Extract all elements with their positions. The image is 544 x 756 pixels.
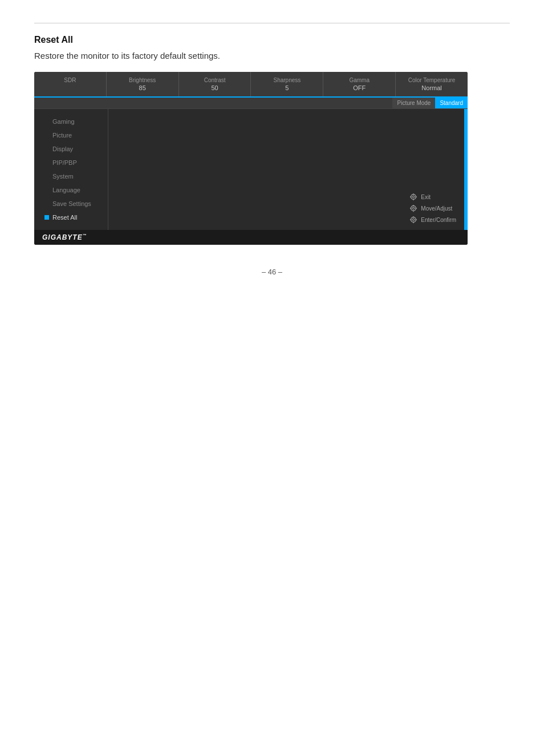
osd-content-area: Exit Move/Adjust Enter/Confirm	[108, 109, 468, 230]
osd-menu-item-reset_all: Reset All	[34, 211, 108, 224]
osd-menu-item-display: Display	[34, 142, 108, 156]
page-number: – 46 –	[34, 268, 510, 276]
osd-menu-label-save_settings: Save Settings	[52, 200, 91, 207]
osd-menu-label-pip_pbp: PIP/PBP	[52, 159, 77, 166]
enter_confirm-icon	[409, 215, 418, 224]
gigabyte-logo: GIGABYTE™	[42, 233, 87, 241]
osd-sidebar: GamingPictureDisplayPIP/PBPSystemLanguag…	[34, 109, 108, 230]
osd-header-bar: SDRBrightness85Contrast50Sharpness5Gamma…	[34, 72, 468, 98]
osd-right-accent	[464, 109, 468, 230]
osd-menu-label-gaming: Gaming	[52, 118, 75, 125]
picture-mode-label: Picture Mode	[392, 98, 435, 108]
osd-menu-item-gaming: Gaming	[34, 115, 108, 128]
section-title: Reset All	[34, 35, 510, 45]
osd-control-exit: Exit	[409, 192, 456, 201]
osd-picture-mode-bar: Picture Mode Standard	[34, 98, 468, 109]
section-description: Restore the monitor to its factory defau…	[34, 51, 510, 60]
osd-control-label-enter_confirm: Enter/Confirm	[421, 217, 456, 223]
osd-menu-label-display: Display	[52, 145, 73, 152]
osd-menu-item-save_settings: Save Settings	[34, 197, 108, 211]
osd-body: GamingPictureDisplayPIP/PBPSystemLanguag…	[34, 109, 468, 230]
osd-footer: GIGABYTE™	[34, 230, 468, 245]
osd-menu-label-language: Language	[52, 187, 80, 193]
osd-menu-item-language: Language	[34, 183, 108, 197]
svg-point-1	[413, 196, 415, 199]
section-divider	[34, 23, 510, 23]
osd-menu-label-reset_all: Reset All	[52, 214, 77, 221]
osd-header-cell-gamma: GammaOFF	[323, 72, 396, 96]
move_adjust-icon	[409, 204, 418, 213]
osd-control-label-exit: Exit	[421, 194, 431, 200]
osd-menu-label-picture: Picture	[52, 132, 72, 139]
osd-header-cell-color-temperature: Color TemperatureNormal	[396, 72, 468, 96]
osd-menu-label-system: System	[52, 173, 74, 180]
osd-control-label-move_adjust: Move/Adjust	[421, 205, 452, 212]
osd-menu-item-system: System	[34, 169, 108, 183]
osd-header-cell-contrast: Contrast50	[179, 72, 251, 96]
osd-controls: Exit Move/Adjust Enter/Confirm	[409, 192, 456, 224]
picture-mode-value: Standard	[435, 98, 468, 108]
osd-control-move_adjust: Move/Adjust	[409, 204, 456, 213]
osd-header-cell-sharpness: Sharpness5	[251, 72, 323, 96]
active-indicator	[44, 215, 49, 220]
osd-header-cell-brightness: Brightness85	[107, 72, 179, 96]
exit-icon	[409, 192, 418, 201]
svg-point-12	[411, 217, 416, 223]
osd-monitor-ui: SDRBrightness85Contrast50Sharpness5Gamma…	[34, 72, 468, 245]
svg-point-7	[413, 208, 415, 210]
osd-menu-item-picture: Picture	[34, 128, 108, 142]
osd-control-enter_confirm: Enter/Confirm	[409, 215, 456, 224]
osd-menu-item-pip_pbp: PIP/PBP	[34, 156, 108, 169]
osd-header-cell-sdr: SDR	[34, 72, 107, 96]
svg-point-0	[411, 195, 416, 200]
svg-point-13	[413, 219, 415, 221]
svg-point-6	[411, 206, 416, 211]
